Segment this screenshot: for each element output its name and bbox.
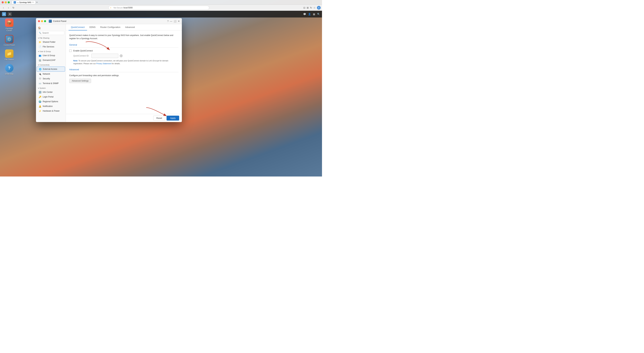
dsm-help-icon[interactable]: ? DSM Help xyxy=(3,64,15,75)
sidebar-section-user-group: ▾ User & Group 👥 User & Group 🏢 Domain/L… xyxy=(36,50,66,62)
apply-button[interactable]: Apply xyxy=(166,116,179,120)
file-services-icon: 📄 xyxy=(39,46,41,48)
control-panel-desktop-icon[interactable]: ⚙️ Control Panel xyxy=(3,35,15,46)
nav-right-icons: ⊡ ⊞ ↻ ☆ A xyxy=(303,6,321,10)
reload-button[interactable]: ↻ xyxy=(12,6,16,10)
cp-close-btn[interactable] xyxy=(38,20,40,22)
sync-icon[interactable]: ↻ xyxy=(310,6,312,9)
dsm-apps-icon[interactable]: ⊞ xyxy=(2,12,6,16)
user-group-label: User & Group xyxy=(40,50,51,52)
cp-help-icon[interactable]: ? xyxy=(167,20,168,22)
dsm-chat-icon[interactable]: 💬 xyxy=(303,13,306,16)
note-label: Note: xyxy=(73,60,78,62)
sidebar-search-box[interactable]: 🔍 xyxy=(37,31,64,35)
note-suffix: for details. xyxy=(112,62,120,64)
file-sharing-arrow: ▾ xyxy=(38,37,39,39)
tl-maximize[interactable] xyxy=(8,1,10,3)
control-panel-desktop-label: Control Panel xyxy=(4,44,15,46)
sidebar-item-domain-ldap[interactable]: 🏢 Domain/LDAP xyxy=(36,58,66,62)
quickconnect-id-row: QuickConnect ID: i xyxy=(73,54,178,58)
sidebar-item-shared-folder[interactable]: 📁 Shared Folder xyxy=(36,40,66,44)
system-label: System xyxy=(40,87,46,89)
browser-tab-active[interactable]: S — Synology NAS ✕ xyxy=(12,0,36,4)
cp-window-restore-icon[interactable]: ⬜ xyxy=(174,20,176,22)
file-station-icon[interactable]: 📁 File Station xyxy=(3,50,15,60)
dsm-grid-icon[interactable]: ▦ xyxy=(313,13,315,16)
forward-button[interactable]: › xyxy=(6,6,10,10)
cp-body: QuickConnect makes it easy to connect to… xyxy=(66,30,182,114)
regional-options-icon: 🌍 xyxy=(39,100,41,103)
screen-cast-icon[interactable]: ⊡ xyxy=(303,6,305,9)
connectivity-header[interactable]: ▾ Connectivity xyxy=(36,63,66,66)
tl-close[interactable] xyxy=(2,1,4,3)
cp-titlebar: Control Panel ? — ⬜ ✕ xyxy=(36,18,182,24)
profile-avatar[interactable]: A xyxy=(317,6,321,10)
privacy-statement-link[interactable]: Privacy Statement xyxy=(96,62,111,64)
address-bar[interactable]: ⚠ Not Secure local:5000 xyxy=(108,6,209,10)
cp-main: QuickConnect DDNS Router Configuration A… xyxy=(66,24,182,122)
external-access-icon: 🌐 xyxy=(39,68,42,70)
dsm-current-app-icon[interactable]: ⚙ xyxy=(8,12,12,16)
terminal-snmp-label: Terminal & SNMP xyxy=(43,82,59,84)
sidebar-item-user-group[interactable]: 👥 User & Group xyxy=(36,53,66,58)
connectivity-label: Connectivity xyxy=(40,64,50,66)
login-portal-label: Login Portal xyxy=(43,96,54,98)
back-button[interactable]: ‹ xyxy=(1,6,6,10)
file-sharing-header[interactable]: ▾ File Sharing xyxy=(36,36,66,40)
quickconnect-info-btn[interactable]: i xyxy=(120,54,123,57)
cp-title-actions: ? — ⬜ ✕ xyxy=(167,20,180,22)
extensions-icon[interactable]: ⊞ xyxy=(307,6,309,9)
sidebar-item-login-portal[interactable]: 🔑 Login Portal xyxy=(36,94,66,99)
enable-quickconnect-checkbox[interactable] xyxy=(69,50,72,52)
tl-minimize[interactable] xyxy=(5,1,7,3)
shared-folder-icon: 📁 xyxy=(39,41,41,43)
tab-quickconnect[interactable]: QuickConnect xyxy=(68,24,87,30)
control-panel-window: Control Panel ? — ⬜ ✕ 🏠 🔍 xyxy=(36,18,182,122)
user-group-header[interactable]: ▾ User & Group xyxy=(36,50,66,53)
quickconnect-note: Note: To secure your QuickConnect connec… xyxy=(73,59,178,65)
advanced-settings-button[interactable]: Advanced Settings xyxy=(69,79,91,83)
file-services-label: File Services xyxy=(43,46,54,48)
tab-close-btn[interactable]: ✕ xyxy=(32,1,34,3)
sidebar-item-regional-options[interactable]: 🌍 Regional Options xyxy=(36,99,66,104)
sidebar-item-file-services[interactable]: 📄 File Services xyxy=(36,44,66,49)
cp-minimize-btn[interactable] xyxy=(41,20,43,22)
system-header[interactable]: ▾ System xyxy=(36,86,66,90)
package-center-img: 📦 xyxy=(5,18,14,27)
sidebar-item-external-access[interactable]: 🌐 External Access xyxy=(37,66,65,72)
sidebar-home-btn[interactable]: 🏠 xyxy=(36,26,66,30)
quickconnect-id-input[interactable] xyxy=(92,54,118,58)
quickconnect-id-label: QuickConnect ID: xyxy=(73,55,90,57)
tab-title: — Synology NAS xyxy=(17,1,31,3)
tab-advanced[interactable]: Advanced xyxy=(123,24,137,30)
sidebar-item-terminal-snmp[interactable]: ⌨️ Terminal & SNMP xyxy=(36,81,66,86)
sidebar-item-hardware-power[interactable]: ⚡ Hardware & Power xyxy=(36,108,66,113)
cp-bottombar: Reset Apply xyxy=(66,114,182,122)
domain-ldap-label: Domain/LDAP xyxy=(43,59,56,61)
bookmark-icon[interactable]: ☆ xyxy=(314,6,316,9)
desktop-icons: 📦 PackageCenter ⚙️ Control Panel 📁 File … xyxy=(3,18,15,75)
hardware-power-icon: ⚡ xyxy=(39,110,41,112)
dsm-search-icon[interactable]: 🔍 xyxy=(317,13,320,16)
reset-button[interactable]: Reset xyxy=(153,116,165,120)
cp-window-close-icon[interactable]: ✕ xyxy=(178,20,180,22)
cp-content: 🏠 🔍 ▾ File Sharing 📁 Shared Folder xyxy=(36,24,182,122)
cp-maximize-btn[interactable] xyxy=(44,20,46,22)
package-center-icon[interactable]: 📦 PackageCenter xyxy=(3,18,15,32)
tab-ddns[interactable]: DDNS xyxy=(87,24,98,30)
desktop: S — Synology NAS ✕ + ‹ › ↻ ⚠ Not Secure … xyxy=(0,0,322,176)
sidebar-item-notification[interactable]: 🔔 Notification xyxy=(36,104,66,108)
sidebar-item-network[interactable]: 🔌 Network xyxy=(36,72,66,76)
sidebar-item-security[interactable]: 🛡 Security xyxy=(36,76,66,81)
cp-traffic-lights xyxy=(38,20,46,22)
sidebar-search-input[interactable] xyxy=(42,32,63,34)
enable-quickconnect-row: Enable QuickConnect xyxy=(69,50,178,52)
dsm-user-icon[interactable]: 👤 xyxy=(308,13,311,16)
tab-router-configuration[interactable]: Router Configuration xyxy=(98,24,123,30)
terminal-snmp-icon: ⌨️ xyxy=(39,82,41,85)
cp-title-icon xyxy=(49,20,52,23)
control-panel-img: ⚙️ xyxy=(5,35,14,43)
new-tab-button[interactable]: + xyxy=(36,1,38,4)
sidebar-item-info-center[interactable]: ℹ️ Info Center xyxy=(36,90,66,94)
cp-window-minimize-icon[interactable]: — xyxy=(170,20,172,22)
